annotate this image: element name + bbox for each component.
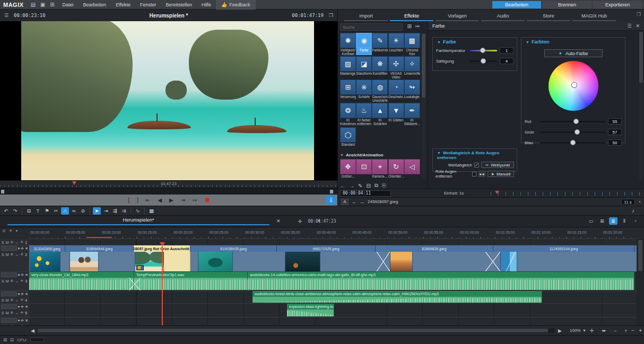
- range-end-icon[interactable]: ]: [137, 197, 138, 203]
- audio-waveform[interactable]: [287, 310, 334, 316]
- apply-effects-icon[interactable]: ✎: [358, 182, 362, 189]
- chroma-key-tile[interactable]: ▩Chroma Key: [404, 33, 420, 55]
- red-eye-auto-button[interactable]: ▸◂: [478, 171, 485, 177]
- razor-icon[interactable]: ✂: [52, 207, 60, 215]
- track-1-header[interactable]: SM⊘↔✛1: [0, 239, 29, 245]
- clip-thumbnail-reef[interactable]: [285, 252, 320, 271]
- track-4-header[interactable]: ▾✛✕SM⊘↔✛4: [0, 291, 29, 304]
- layout-icon[interactable]: ⊞: [3, 337, 7, 342]
- lock-button[interactable]: ⊘: [11, 298, 14, 302]
- track-add-icon[interactable]: ✛: [21, 246, 24, 251]
- ai-style-transfer-tile[interactable]: ✒KI Stilübertr...: [404, 103, 420, 125]
- crossfade-transition[interactable]: [485, 252, 500, 271]
- lock-button[interactable]: ⊘: [11, 279, 14, 283]
- ungroup-icon[interactable]: ⊘: [79, 207, 87, 215]
- selected-clip-area[interactable]: [164, 252, 190, 271]
- undo-icon[interactable]: ↶: [2, 207, 10, 215]
- tab-magix-hub[interactable]: MAGIX Hub: [572, 13, 616, 21]
- tab-effekte[interactable]: Effekte: [390, 13, 433, 21]
- track-add-icon[interactable]: ✛: [21, 305, 24, 309]
- vegas-video-stabilizer-tile[interactable]: ✣VEGAS Video Stab...: [388, 56, 404, 78]
- audio-monitor-icon[interactable]: ♪: [632, 208, 634, 214]
- track-3-lane[interactable]: very-close-thunder_CkI_184d.mp3TempPrevi…: [29, 272, 637, 291]
- color-group-title[interactable]: ▼Farbe: [433, 37, 517, 45]
- prev-frame-icon[interactable]: ◀: [158, 197, 162, 203]
- clip-thumbnail-fish[interactable]: [30, 252, 60, 271]
- track-dropdown-icon[interactable]: ▾: [18, 292, 20, 296]
- resize-button[interactable]: ↔: [15, 298, 19, 302]
- effect-ruler-marker[interactable]: [495, 191, 499, 194]
- delete-effects-icon[interactable]: ⊟: [366, 182, 370, 189]
- marker-icon[interactable]: ⚑: [43, 207, 51, 215]
- preview-playhead-marker[interactable]: [72, 181, 76, 185]
- rotation-tile[interactable]: ↻Orientier...: [388, 159, 404, 179]
- keyframe-toggle-button[interactable]: A: [341, 199, 349, 205]
- audio-waveform[interactable]: [253, 297, 542, 303]
- panel-close-icon[interactable]: ✕: [636, 23, 640, 29]
- preview-range-bar[interactable]: [0, 188, 337, 195]
- ai-sharpen-tile[interactable]: ▲KI Schärfen: [372, 103, 388, 125]
- prev-keyframe-icon[interactable]: ←: [352, 199, 356, 205]
- resize-button[interactable]: ↔: [15, 279, 19, 283]
- color-panel-scrollbar[interactable]: [639, 32, 643, 180]
- redo-icon[interactable]: ↷: [11, 207, 19, 215]
- zoom-in-icon[interactable]: +: [624, 328, 627, 333]
- track-3-header[interactable]: ▾✛✕SM⊘↔✛3: [0, 272, 29, 291]
- track-5-name-input[interactable]: [1, 304, 17, 309]
- mouse-all-tracks-icon[interactable]: ⇶: [111, 207, 119, 215]
- solo-button[interactable]: S: [2, 298, 4, 302]
- menu-hilfe[interactable]: Hilfe: [197, 0, 216, 10]
- optimize-view-icon[interactable]: ✛: [590, 328, 594, 333]
- resize-button[interactable]: ↔: [15, 241, 19, 244]
- audio-crossfade[interactable]: [129, 278, 141, 290]
- resize-button[interactable]: ↔: [15, 253, 19, 257]
- track-6-header[interactable]: ▾✛✕SM⊘↔✛6: [0, 317, 29, 326]
- jump-end-icon[interactable]: ↦: [193, 197, 197, 203]
- speed-tile[interactable]: ◔Geschwin...: [388, 80, 404, 102]
- menu-fenster[interactable]: Fenster: [135, 0, 161, 10]
- red-eye-manual-button[interactable]: ➤ Manuell: [488, 171, 514, 177]
- grün-value[interactable]: 57: [608, 129, 622, 135]
- farbtemperatur-slider-handle[interactable]: [480, 48, 485, 53]
- mute-button[interactable]: M: [6, 253, 9, 257]
- copy-effects-icon[interactable]: ⧉: [375, 182, 378, 189]
- timeline-mode-icon[interactable]: ≣: [609, 217, 617, 225]
- feedback-button[interactable]: 👍 Feedback: [216, 0, 256, 10]
- audio-clip-title[interactable]: audioblocks-14-collettivo-armonico-carlo…: [248, 272, 634, 278]
- save-project-icon[interactable]: ⊞: [48, 1, 57, 8]
- range-handle-left[interactable]: [1, 190, 4, 193]
- solo-button[interactable]: S: [2, 241, 4, 244]
- brennen-mode-button[interactable]: Brennen: [543, 1, 591, 8]
- ai-dehaze-tile[interactable]: ♨KI Nebel entfernen: [356, 103, 372, 125]
- menu-datei[interactable]: Datei: [58, 0, 79, 10]
- effects-scrollbar[interactable]: [422, 34, 425, 178]
- curve-mode-icon[interactable]: ∿: [134, 207, 142, 215]
- zoom-dropdown-icon[interactable]: ▼: [582, 329, 586, 332]
- crop-tile[interactable]: ⊡: [356, 159, 372, 179]
- audio-clip-title[interactable]: audioblocks-forest-birds-close-ambience-…: [253, 291, 542, 297]
- audio-waveform[interactable]: [248, 278, 634, 290]
- view-animation-section-header[interactable]: ▼Ansicht/Animation: [340, 153, 421, 157]
- prev-object-icon[interactable]: ←: [340, 182, 345, 189]
- play-icon[interactable]: ▶: [169, 197, 173, 203]
- timeline-ruler[interactable]: 00:00:00:0000:00:05:0000:00:10:0000:00:1…: [29, 227, 637, 239]
- ruler-icon-2[interactable]: ▾: [15, 228, 18, 233]
- tab-vorlagen[interactable]: Vorlagen: [436, 13, 479, 21]
- track-dropdown-icon[interactable]: ▾: [18, 305, 20, 309]
- fullscreen-icon[interactable]: ❐: [329, 13, 333, 18]
- red-eye-checkbox[interactable]: [472, 172, 476, 177]
- color-correction-tile[interactable]: ✎Farbkorrek...: [372, 33, 388, 55]
- solo-button[interactable]: S: [2, 279, 4, 283]
- scroll-right-icon[interactable]: ▶: [558, 328, 562, 333]
- white-point-button[interactable]: ✑ Weißpunkt: [481, 162, 514, 168]
- track-height-minus-icon[interactable]: −: [631, 328, 634, 333]
- rot-slider-handle[interactable]: [573, 119, 579, 124]
- ruler-option-icons[interactable]: ⊘✛▾: [2, 228, 18, 233]
- color-wheel[interactable]: [549, 61, 598, 111]
- blau-value[interactable]: 50: [608, 139, 622, 146]
- track-6-lane[interactable]: [29, 317, 637, 325]
- track-5-lane[interactable]: explosion-blast-lightning-bolt...: [29, 304, 637, 317]
- stencil-shapes-tile[interactable]: ◪Stanzformen: [356, 56, 372, 78]
- resize-button[interactable]: ↔: [15, 311, 19, 315]
- menu-effekte[interactable]: Effekte: [111, 0, 135, 10]
